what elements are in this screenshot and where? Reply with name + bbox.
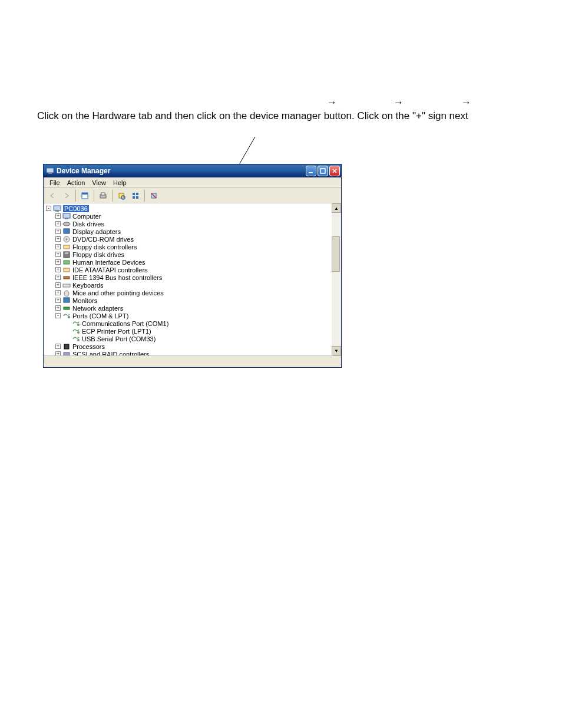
vertical-scrollbar[interactable]: ▲ ▼ (332, 203, 341, 355)
svg-rect-37 (64, 307, 70, 309)
tree-item-label: Disk drives (72, 220, 104, 228)
document-text: Click on the Hardware tab and then click… (37, 109, 526, 123)
tree-item[interactable]: +Human Interface Devices (46, 258, 341, 266)
view-button[interactable] (129, 189, 142, 202)
tree-item-label: Computer (72, 213, 101, 220)
tree-child-item[interactable]: ECP Printer Port (LPT1) (46, 327, 341, 335)
menu-help[interactable]: Help (110, 179, 130, 186)
tree-item[interactable]: +Monitors (46, 297, 341, 304)
tree-item[interactable]: +Display adapters (46, 228, 341, 235)
svg-rect-42 (64, 344, 69, 349)
expand-icon[interactable]: + (55, 229, 61, 234)
mouse-icon (62, 289, 71, 297)
tree-item[interactable]: +Processors (46, 342, 341, 350)
svg-point-39 (77, 324, 80, 326)
svg-rect-20 (54, 206, 61, 210)
monitor-icon (62, 297, 71, 305)
scroll-track[interactable] (332, 213, 341, 346)
expand-icon[interactable]: + (55, 259, 61, 265)
properties-button[interactable] (78, 189, 91, 202)
tree-item[interactable]: +Mice and other pointing devices (46, 289, 341, 297)
tree-item[interactable]: +IEEE 1394 Bus host controllers (46, 274, 341, 281)
expand-icon[interactable]: + (55, 305, 61, 311)
scroll-down-button[interactable]: ▼ (332, 346, 341, 355)
svg-rect-36 (64, 298, 70, 302)
hid-icon (62, 258, 71, 266)
titlebar[interactable]: Device Manager (44, 164, 341, 177)
scroll-up-button[interactable]: ▲ (332, 203, 341, 213)
tree-item-label: Processors (72, 343, 105, 350)
expand-icon[interactable]: + (55, 290, 61, 295)
computer-icon (62, 212, 71, 220)
tree-item[interactable]: +Keyboards (46, 281, 341, 289)
svg-rect-15 (136, 193, 138, 195)
expand-icon[interactable]: + (55, 344, 61, 349)
expand-icon[interactable]: + (55, 351, 61, 355)
app-icon (46, 167, 54, 175)
scan-hardware-button[interactable] (115, 189, 128, 202)
svg-rect-25 (64, 229, 70, 233)
tree-item[interactable]: +Computer (46, 212, 341, 220)
svg-point-38 (68, 316, 70, 318)
controller-icon (62, 266, 71, 274)
tree-child-item[interactable]: Communications Port (COM1) (46, 319, 341, 327)
port-icon (72, 319, 80, 328)
port-icon (72, 327, 80, 335)
svg-rect-4 (309, 172, 313, 173)
scsi-icon (62, 350, 71, 356)
print-button[interactable] (97, 189, 110, 202)
tree-item-label: Communications Port (COM1) (82, 320, 168, 327)
port-icon (62, 312, 71, 320)
expand-icon[interactable]: + (55, 244, 61, 249)
menu-file[interactable]: File (46, 179, 64, 186)
svg-rect-9 (82, 193, 88, 195)
svg-rect-43 (64, 353, 70, 356)
arrow-icon: → (461, 95, 471, 110)
tree-root[interactable]: -PC0036 (46, 205, 341, 212)
expand-icon[interactable]: + (55, 213, 61, 219)
menu-action[interactable]: Action (64, 179, 89, 186)
tree-item-label: ECP Printer Port (LPT1) (82, 328, 151, 335)
expand-icon[interactable]: + (55, 275, 61, 280)
tree-item[interactable]: +Network adapters (46, 304, 341, 312)
tree-item[interactable]: +Floppy disk controllers (46, 243, 341, 251)
svg-rect-30 (65, 252, 68, 254)
svg-rect-23 (65, 218, 68, 219)
expand-icon[interactable]: + (55, 267, 61, 272)
expand-icon[interactable]: + (55, 282, 61, 288)
tree-item-label: DVD/CD-ROM drives (72, 236, 134, 243)
close-button[interactable] (329, 166, 340, 176)
maximize-button[interactable] (318, 166, 328, 176)
toolbar (44, 188, 341, 203)
scroll-thumb[interactable] (332, 236, 340, 272)
expand-icon[interactable]: + (55, 252, 61, 257)
window-title: Device Manager (57, 167, 306, 175)
tree-item[interactable]: +Disk drives (46, 220, 341, 228)
collapse-icon[interactable]: - (55, 313, 61, 318)
expand-icon[interactable]: + (55, 236, 61, 242)
menu-view[interactable]: View (88, 179, 110, 186)
tree-child-item[interactable]: USB Serial Port (COM33) (46, 335, 341, 342)
collapse-icon[interactable]: - (46, 206, 51, 211)
tree-item[interactable]: -Ports (COM & LPT) (46, 312, 341, 319)
tree-item[interactable]: +DVD/CD-ROM drives (46, 235, 341, 243)
svg-rect-31 (64, 261, 70, 264)
tree-item-label: Network adapters (72, 305, 123, 312)
display-icon (62, 228, 71, 236)
minimize-button[interactable] (306, 166, 316, 176)
tree-item[interactable]: +SCSI and RAID controllers (46, 350, 341, 355)
svg-point-27 (66, 238, 68, 240)
expand-icon[interactable]: + (55, 221, 61, 226)
tree-item[interactable]: +IDE ATA/ATAPI controllers (46, 266, 341, 274)
uninstall-button[interactable] (147, 189, 160, 202)
svg-rect-3 (48, 173, 52, 174)
svg-rect-14 (133, 193, 135, 195)
svg-rect-2 (47, 168, 54, 173)
floppy-icon (62, 251, 71, 259)
device-tree[interactable]: -PC0036+Computer+Disk drives+Display ada… (44, 203, 341, 355)
tree-item[interactable]: +Floppy disk drives (46, 251, 341, 258)
network-icon (62, 304, 71, 312)
svg-rect-22 (63, 213, 70, 218)
expand-icon[interactable]: + (55, 298, 61, 303)
svg-point-40 (77, 331, 80, 334)
